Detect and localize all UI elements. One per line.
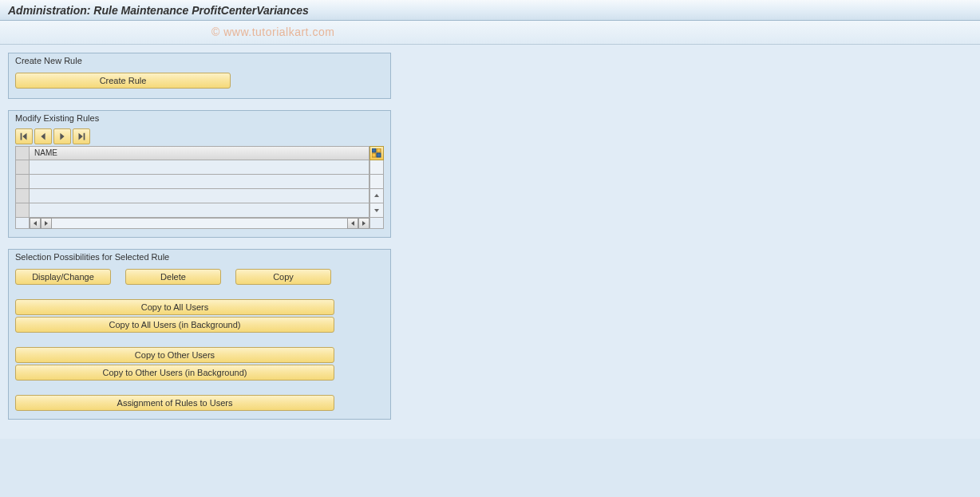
table-row[interactable] bbox=[15, 203, 384, 218]
scroll-right-end-icon[interactable] bbox=[358, 218, 369, 229]
copy-other-users-button[interactable]: Copy to Other Users bbox=[15, 347, 334, 363]
table-row[interactable] bbox=[15, 160, 384, 175]
delete-button[interactable]: Delete bbox=[125, 269, 221, 285]
copy-all-users-bg-button[interactable]: Copy to All Users (in Background) bbox=[15, 317, 334, 333]
create-rule-button[interactable]: Create Rule bbox=[15, 73, 231, 89]
svg-rect-2 bbox=[372, 153, 376, 157]
scroll-right-icon[interactable] bbox=[41, 218, 52, 229]
create-new-rule-panel: Create New Rule Create Rule bbox=[8, 53, 391, 99]
rules-table: NAME bbox=[15, 146, 384, 229]
modify-existing-rules-panel: Modify Existing Rules NAME bbox=[8, 110, 391, 238]
content-area: Create New Rule Create Rule Modify Exist… bbox=[0, 45, 980, 439]
table-row[interactable] bbox=[15, 175, 384, 189]
create-new-rule-title: Create New Rule bbox=[9, 53, 390, 68]
table-column-name[interactable]: NAME bbox=[30, 146, 369, 160]
copy-all-users-button[interactable]: Copy to All Users bbox=[15, 299, 334, 315]
table-select-all[interactable] bbox=[15, 146, 30, 160]
prev-page-icon[interactable] bbox=[34, 128, 52, 144]
table-row[interactable] bbox=[15, 189, 384, 203]
scroll-up-icon[interactable] bbox=[369, 189, 384, 203]
display-change-button[interactable]: Display/Change bbox=[15, 269, 111, 285]
last-page-icon[interactable] bbox=[73, 128, 90, 144]
next-page-icon[interactable] bbox=[53, 128, 71, 144]
svg-rect-1 bbox=[377, 148, 381, 152]
scroll-left-end-icon[interactable] bbox=[347, 218, 358, 229]
page-title: Administration: Rule Maintenance ProfitC… bbox=[0, 0, 980, 21]
watermark: © www.tutorialkart.com bbox=[211, 26, 334, 38]
svg-rect-0 bbox=[372, 148, 376, 152]
scroll-down-icon[interactable] bbox=[369, 203, 384, 218]
scroll-left-icon[interactable] bbox=[30, 218, 41, 229]
table-config-icon[interactable] bbox=[369, 146, 384, 160]
first-page-icon[interactable] bbox=[15, 128, 33, 144]
copy-button[interactable]: Copy bbox=[235, 269, 331, 285]
copy-other-users-bg-button[interactable]: Copy to Other Users (in Background) bbox=[15, 365, 334, 381]
modify-existing-rules-title: Modify Existing Rules bbox=[9, 111, 390, 125]
selection-possibilities-title: Selection Possibilities for Selected Rul… bbox=[9, 250, 390, 264]
assignment-rules-button[interactable]: Assignment of Rules to Users bbox=[15, 395, 334, 411]
toolbar-strip: © www.tutorialkart.com bbox=[0, 21, 980, 45]
selection-possibilities-panel: Selection Possibilities for Selected Rul… bbox=[8, 249, 391, 420]
svg-rect-3 bbox=[377, 153, 381, 157]
